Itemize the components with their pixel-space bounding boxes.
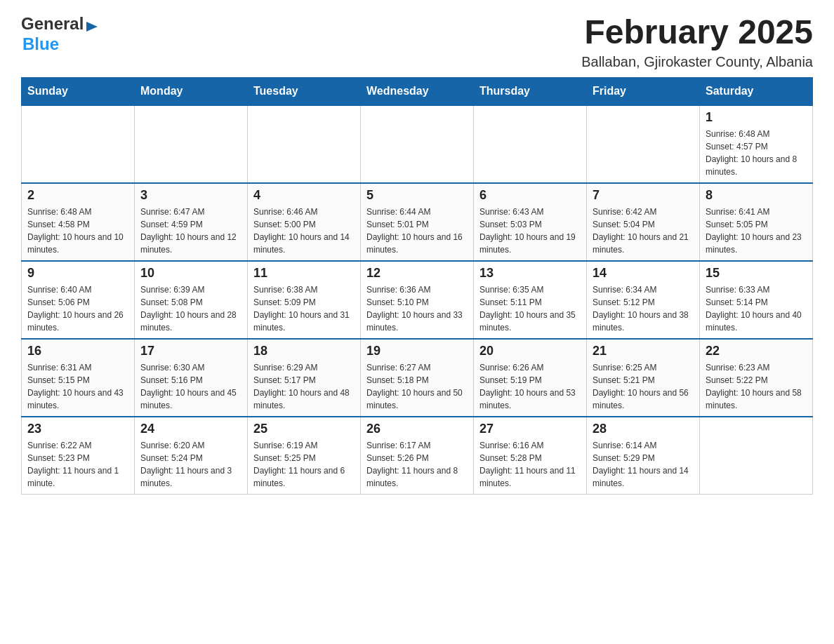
- calendar-cell: [135, 105, 248, 183]
- day-info: Sunrise: 6:48 AMSunset: 4:57 PMDaylight:…: [706, 128, 807, 178]
- day-info: Sunrise: 6:35 AMSunset: 5:11 PMDaylight:…: [479, 283, 581, 334]
- day-info: Sunrise: 6:20 AMSunset: 5:24 PMDaylight:…: [140, 439, 241, 490]
- calendar-cell: 21 Sunrise: 6:25 AMSunset: 5:21 PMDaylig…: [587, 339, 700, 417]
- calendar-cell: 18 Sunrise: 6:29 AMSunset: 5:17 PMDaylig…: [248, 339, 361, 417]
- col-wednesday: Wednesday: [361, 77, 474, 105]
- day-number: 28: [593, 422, 694, 436]
- day-number: 15: [706, 266, 807, 281]
- day-number: 18: [253, 344, 355, 358]
- day-info: Sunrise: 6:31 AMSunset: 5:15 PMDaylight:…: [27, 361, 128, 412]
- day-info: Sunrise: 6:26 AMSunset: 5:19 PMDaylight:…: [479, 361, 581, 412]
- calendar-cell: 12 Sunrise: 6:36 AMSunset: 5:10 PMDaylig…: [361, 261, 474, 339]
- calendar-cell: 6 Sunrise: 6:43 AMSunset: 5:03 PMDayligh…: [474, 183, 587, 261]
- day-number: 22: [706, 344, 807, 358]
- day-info: Sunrise: 6:43 AMSunset: 5:03 PMDaylight:…: [479, 206, 581, 256]
- calendar-cell: 24 Sunrise: 6:20 AMSunset: 5:24 PMDaylig…: [135, 417, 248, 495]
- calendar-cell: 1 Sunrise: 6:48 AMSunset: 4:57 PMDayligh…: [700, 105, 813, 183]
- logo-blue: Blue: [22, 34, 59, 53]
- day-info: Sunrise: 6:41 AMSunset: 5:05 PMDaylight:…: [706, 206, 807, 256]
- week-row-3: 9 Sunrise: 6:40 AMSunset: 5:06 PMDayligh…: [22, 261, 813, 339]
- calendar-cell: [700, 417, 813, 495]
- day-number: 23: [27, 422, 128, 436]
- day-info: Sunrise: 6:40 AMSunset: 5:06 PMDaylight:…: [27, 283, 128, 334]
- calendar-cell: [587, 105, 700, 183]
- day-info: Sunrise: 6:14 AMSunset: 5:29 PMDaylight:…: [593, 439, 694, 490]
- day-info: Sunrise: 6:17 AMSunset: 5:26 PMDaylight:…: [366, 439, 468, 490]
- day-number: 16: [27, 344, 128, 358]
- day-info: Sunrise: 6:46 AMSunset: 5:00 PMDaylight:…: [253, 206, 355, 256]
- col-thursday: Thursday: [474, 77, 587, 105]
- calendar-cell: 25 Sunrise: 6:19 AMSunset: 5:25 PMDaylig…: [248, 417, 361, 495]
- day-info: Sunrise: 6:16 AMSunset: 5:28 PMDaylight:…: [479, 439, 581, 490]
- day-info: Sunrise: 6:23 AMSunset: 5:22 PMDaylight:…: [706, 361, 807, 412]
- calendar-cell: [474, 105, 587, 183]
- header-right: February 2025 Ballaban, Gjirokaster Coun…: [581, 14, 813, 70]
- calendar-cell: 17 Sunrise: 6:30 AMSunset: 5:16 PMDaylig…: [135, 339, 248, 417]
- day-number: 12: [366, 266, 468, 281]
- col-saturday: Saturday: [700, 77, 813, 105]
- col-monday: Monday: [135, 77, 248, 105]
- logo-general: General: [21, 14, 84, 33]
- calendar-cell: 13 Sunrise: 6:35 AMSunset: 5:11 PMDaylig…: [474, 261, 587, 339]
- calendar-cell: 23 Sunrise: 6:22 AMSunset: 5:23 PMDaylig…: [22, 417, 135, 495]
- location: Ballaban, Gjirokaster County, Albania: [581, 54, 813, 70]
- calendar-cell: 5 Sunrise: 6:44 AMSunset: 5:01 PMDayligh…: [361, 183, 474, 261]
- day-info: Sunrise: 6:30 AMSunset: 5:16 PMDaylight:…: [140, 361, 241, 412]
- day-number: 26: [366, 422, 468, 436]
- calendar-cell: 8 Sunrise: 6:41 AMSunset: 5:05 PMDayligh…: [700, 183, 813, 261]
- day-info: Sunrise: 6:27 AMSunset: 5:18 PMDaylight:…: [366, 361, 468, 412]
- logo: General Blue: [21, 14, 100, 55]
- calendar-cell: 28 Sunrise: 6:14 AMSunset: 5:29 PMDaylig…: [587, 417, 700, 495]
- day-number: 24: [140, 422, 241, 436]
- week-row-5: 23 Sunrise: 6:22 AMSunset: 5:23 PMDaylig…: [22, 417, 813, 495]
- day-number: 5: [366, 188, 468, 203]
- calendar-cell: 20 Sunrise: 6:26 AMSunset: 5:19 PMDaylig…: [474, 339, 587, 417]
- day-number: 9: [27, 266, 128, 281]
- calendar-table: Sunday Monday Tuesday Wednesday Thursday…: [21, 77, 813, 495]
- day-info: Sunrise: 6:39 AMSunset: 5:08 PMDaylight:…: [140, 283, 241, 334]
- day-info: Sunrise: 6:29 AMSunset: 5:17 PMDaylight:…: [253, 361, 355, 412]
- day-number: 17: [140, 344, 241, 358]
- day-info: Sunrise: 6:34 AMSunset: 5:12 PMDaylight:…: [593, 283, 694, 334]
- day-number: 10: [140, 266, 241, 281]
- col-friday: Friday: [587, 77, 700, 105]
- calendar-cell: 15 Sunrise: 6:33 AMSunset: 5:14 PMDaylig…: [700, 261, 813, 339]
- day-number: 13: [479, 266, 581, 281]
- day-number: 7: [593, 188, 694, 203]
- day-number: 11: [253, 266, 355, 281]
- week-row-2: 2 Sunrise: 6:48 AMSunset: 4:58 PMDayligh…: [22, 183, 813, 261]
- day-number: 1: [706, 110, 807, 125]
- calendar-cell: [248, 105, 361, 183]
- calendar-cell: 9 Sunrise: 6:40 AMSunset: 5:06 PMDayligh…: [22, 261, 135, 339]
- month-title: February 2025: [581, 14, 813, 51]
- col-sunday: Sunday: [22, 77, 135, 105]
- day-info: Sunrise: 6:33 AMSunset: 5:14 PMDaylight:…: [706, 283, 807, 334]
- calendar-cell: 4 Sunrise: 6:46 AMSunset: 5:00 PMDayligh…: [248, 183, 361, 261]
- week-row-4: 16 Sunrise: 6:31 AMSunset: 5:15 PMDaylig…: [22, 339, 813, 417]
- day-number: 25: [253, 422, 355, 436]
- col-tuesday: Tuesday: [248, 77, 361, 105]
- day-info: Sunrise: 6:47 AMSunset: 4:59 PMDaylight:…: [140, 206, 241, 256]
- calendar-cell: 16 Sunrise: 6:31 AMSunset: 5:15 PMDaylig…: [22, 339, 135, 417]
- calendar-cell: [22, 105, 135, 183]
- day-number: 19: [366, 344, 468, 358]
- calendar-cell: 27 Sunrise: 6:16 AMSunset: 5:28 PMDaylig…: [474, 417, 587, 495]
- day-number: 8: [706, 188, 807, 203]
- day-number: 2: [27, 188, 128, 203]
- page-header: General Blue February 2025 Ballaban, Gji…: [21, 14, 813, 70]
- calendar-cell: 22 Sunrise: 6:23 AMSunset: 5:22 PMDaylig…: [700, 339, 813, 417]
- day-number: 21: [593, 344, 694, 358]
- day-info: Sunrise: 6:42 AMSunset: 5:04 PMDaylight:…: [593, 206, 694, 256]
- calendar-cell: 14 Sunrise: 6:34 AMSunset: 5:12 PMDaylig…: [587, 261, 700, 339]
- calendar-cell: 10 Sunrise: 6:39 AMSunset: 5:08 PMDaylig…: [135, 261, 248, 339]
- day-number: 27: [479, 422, 581, 436]
- svg-marker-0: [86, 22, 98, 32]
- calendar-cell: 7 Sunrise: 6:42 AMSunset: 5:04 PMDayligh…: [587, 183, 700, 261]
- day-number: 4: [253, 188, 355, 203]
- calendar-cell: 3 Sunrise: 6:47 AMSunset: 4:59 PMDayligh…: [135, 183, 248, 261]
- day-number: 3: [140, 188, 241, 203]
- calendar-header-row: Sunday Monday Tuesday Wednesday Thursday…: [22, 77, 813, 105]
- day-info: Sunrise: 6:44 AMSunset: 5:01 PMDaylight:…: [366, 206, 468, 256]
- calendar-cell: [361, 105, 474, 183]
- day-info: Sunrise: 6:48 AMSunset: 4:58 PMDaylight:…: [27, 206, 128, 256]
